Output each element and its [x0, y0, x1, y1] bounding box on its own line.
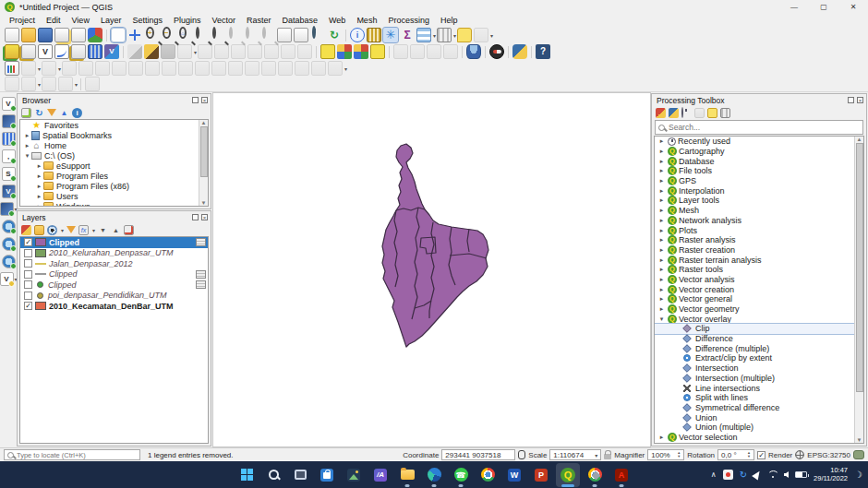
toolbox-algorithm-symmetrical-difference[interactable]: Symmetrical difference — [655, 403, 863, 413]
add-selected-layers-icon[interactable] — [21, 108, 31, 118]
scroll-up-icon[interactable]: ▲ — [857, 137, 862, 142]
new-gpx-layer-button[interactable] — [54, 44, 69, 59]
new-spatialite-layer-button[interactable]: V — [104, 44, 119, 59]
layer-row-kecamatan-denbar[interactable]: ✓ 2010_Kecamatan_DenBar_UTM — [20, 301, 208, 312]
toolbox-group-mesh[interactable]: ▸QMesh — [655, 206, 863, 216]
toolbox-algorithm-intersection-multiple[interactable]: Intersection (multiple) — [655, 374, 863, 384]
collapse-all-icon[interactable]: ▲ — [111, 225, 121, 235]
browser-item-home[interactable]: ▸⌂Home — [20, 140, 208, 150]
chevron-right-icon[interactable]: ▸ — [35, 162, 43, 170]
new-virtual-layer-button[interactable] — [71, 44, 86, 59]
undo-button[interactable] — [281, 44, 295, 59]
current-edits-button[interactable] — [127, 44, 142, 59]
redo-button[interactable] — [297, 44, 312, 59]
toolbox-group-vector-creation[interactable]: ▸QVector creation — [655, 284, 863, 294]
vertex-tool-button[interactable] — [177, 44, 192, 59]
topological-editing-button[interactable] — [42, 77, 56, 91]
chevron-right-icon[interactable]: ▸ — [657, 177, 666, 184]
add-spatialite-layer-button[interactable]: V — [2, 184, 16, 198]
layer-row-clipped-selected[interactable]: ✓ Clipped — [20, 237, 208, 248]
browser-item-program-files-x86[interactable]: ▸Program Files (x86) — [20, 181, 208, 191]
add-group-icon[interactable] — [34, 225, 44, 235]
toolbox-algorithm-union-multiple[interactable]: Union (multiple) — [655, 423, 863, 433]
chevron-down-icon[interactable]: ▾ — [23, 152, 31, 160]
chevron-down-icon[interactable]: ▾ — [657, 315, 666, 323]
project-properties-button[interactable] — [71, 28, 86, 42]
add-virtual-layer-button[interactable]: V — [0, 272, 14, 286]
toolbox-algorithm-difference-multiple[interactable]: Difference (multiple) — [655, 343, 863, 353]
browser-item-spatial-bookmarks[interactable]: ▸Spatial Bookmarks — [20, 130, 208, 140]
battery-icon[interactable] — [795, 471, 807, 478]
delete-part-button[interactable] — [178, 61, 193, 76]
chevron-right-icon[interactable]: ▸ — [657, 217, 666, 224]
browser-item-users[interactable]: ▸Users — [20, 191, 208, 201]
chevron-right-icon[interactable]: ▸ — [657, 276, 666, 283]
toolbox-algorithm-intersection[interactable]: Intersection — [655, 363, 863, 374]
snapping-mode-button[interactable] — [21, 77, 36, 91]
scrollbar-thumb[interactable] — [856, 143, 863, 392]
enable-snapping-button[interactable] — [5, 77, 19, 91]
chevron-right-icon[interactable]: ▸ — [657, 295, 666, 303]
add-delimited-text-layer-button[interactable]: , — [2, 149, 16, 163]
scripts-icon[interactable] — [669, 108, 679, 118]
zoom-last-button[interactable] — [244, 28, 259, 42]
expand-all-icon[interactable]: ▼ — [98, 225, 108, 235]
avoid-overlap-button[interactable] — [58, 77, 73, 91]
add-ring-button[interactable] — [112, 61, 127, 76]
add-postgis-layer-button[interactable] — [0, 202, 14, 216]
toolbox-group-network-analysis[interactable]: ▸QNetwork analysis — [655, 216, 863, 226]
browser-item-favorites[interactable]: ★Favorites — [20, 120, 208, 130]
layer-row-poi-pendidikan[interactable]: poi_denpasar_Pendidikan_UTM — [20, 291, 208, 302]
measure-button[interactable] — [437, 28, 452, 42]
layer-row-jalan[interactable]: Jalan_Denpasar_2012 — [20, 258, 208, 269]
start-button[interactable] — [235, 463, 259, 487]
powerpoint-button[interactable]: P — [529, 463, 553, 487]
menu-mesh[interactable]: Mesh — [351, 16, 382, 25]
copy-move-feature-button[interactable] — [62, 61, 77, 76]
toolbox-group-gps[interactable]: ▸QGPS — [655, 176, 863, 186]
merge-features-button[interactable] — [261, 61, 276, 76]
chevron-right-icon[interactable]: ▸ — [657, 227, 666, 234]
toolbox-group-plots[interactable]: ▸QPlots — [655, 225, 863, 235]
measure-dropdown[interactable]: ▾ — [453, 32, 456, 39]
remove-layer-icon[interactable] — [124, 225, 134, 235]
chevron-right-icon[interactable]: ▸ — [35, 193, 43, 200]
scroll-down-icon[interactable]: ▼ — [857, 437, 862, 443]
photos-button[interactable] — [342, 463, 366, 487]
scale-dropdown-icon[interactable]: ▾ — [595, 452, 597, 458]
add-vector-layer-button[interactable]: V — [2, 97, 16, 111]
toolbox-group-database[interactable]: ▸QDatabase — [655, 156, 863, 166]
history-icon[interactable] — [681, 108, 692, 118]
menu-settings[interactable]: Settings — [127, 16, 168, 25]
hidden-icons-chevron[interactable]: ∧ — [711, 470, 717, 479]
fill-ring-button[interactable] — [145, 61, 160, 76]
annotations-dropdown[interactable]: ▾ — [490, 32, 493, 39]
add-wcs-layer-button[interactable] — [2, 237, 16, 251]
menu-layer[interactable]: Layer — [95, 16, 127, 25]
split-features-button[interactable] — [245, 61, 259, 76]
map-canvas[interactable] — [212, 92, 651, 447]
lock-scale-icon[interactable] — [604, 454, 611, 459]
processing-toolbox-button[interactable]: ✳ — [383, 28, 398, 42]
open-attribute-table-button[interactable] — [416, 28, 431, 42]
layer-row-clipped-line[interactable]: Clipped — [20, 269, 208, 280]
speaker-icon[interactable] — [784, 471, 789, 478]
locator-search[interactable] — [4, 449, 140, 460]
style-manager-button[interactable] — [88, 28, 102, 42]
metasearch-button[interactable] — [489, 44, 504, 59]
chevron-right-icon[interactable]: ▸ — [657, 286, 666, 293]
menu-database[interactable]: Database — [277, 16, 324, 25]
tray-sync-icon[interactable]: ↻ — [740, 470, 747, 480]
toolbox-algorithm-difference[interactable]: Difference — [655, 334, 863, 344]
toolbox-search[interactable] — [655, 120, 863, 135]
rotation-spin-icons[interactable]: ▲▼ — [747, 451, 751, 458]
acrobat-button[interactable]: A — [609, 463, 633, 487]
offset-point-symbols-button[interactable] — [311, 61, 326, 76]
db-manager-button[interactable] — [466, 44, 481, 59]
scale-combo[interactable]: 1:110674▾ — [549, 449, 601, 460]
menu-vector[interactable]: Vector — [206, 16, 241, 25]
vertex-tool-dropdown[interactable]: ▾ — [194, 49, 197, 55]
toolbox-group-file-tools[interactable]: ▸QFile tools — [655, 166, 863, 176]
browser-item-esupport[interactable]: ▸eSupport — [20, 161, 208, 171]
chevron-right-icon[interactable]: ▸ — [657, 236, 666, 244]
